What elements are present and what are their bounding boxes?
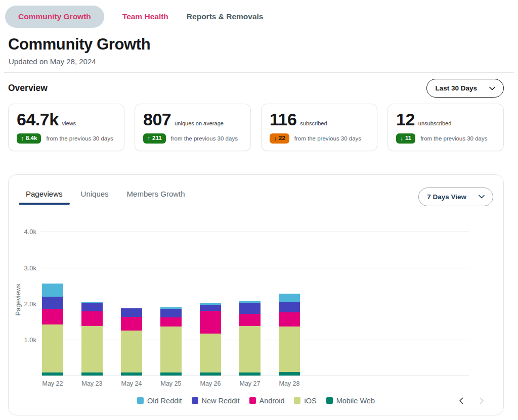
view-range-dropdown[interactable]: 7 Days View bbox=[418, 188, 493, 206]
delta-badge: ↓11 bbox=[396, 133, 415, 144]
stat-card-delta-row: ↓11 from the previous 30 days bbox=[396, 133, 495, 144]
bar-segment-mobile-web[interactable] bbox=[81, 372, 103, 376]
legend-swatch-ios bbox=[294, 397, 300, 404]
bar-segment-ios[interactable] bbox=[42, 324, 63, 372]
bar-segment-new-reddit[interactable] bbox=[121, 308, 142, 317]
bar-segment-new-reddit[interactable] bbox=[200, 305, 221, 310]
prev-page-button[interactable] bbox=[456, 395, 467, 406]
updated-text: Updated on May 28, 2024 bbox=[9, 57, 518, 66]
y-tick-label: 2.0k bbox=[24, 300, 36, 308]
tab-team-health[interactable]: Team Health bbox=[122, 12, 168, 21]
legend-item-new-reddit: New Reddit bbox=[192, 397, 240, 405]
page-title: Community Growth bbox=[8, 35, 518, 54]
bar-segment-android[interactable] bbox=[42, 309, 63, 324]
bar-segment-android[interactable] bbox=[239, 314, 261, 326]
bar-segment-ios[interactable] bbox=[81, 326, 103, 372]
bar-may-24[interactable] bbox=[121, 308, 142, 376]
arrow-icon: ↓ bbox=[274, 135, 277, 142]
stat-label: unsubscribed bbox=[418, 120, 451, 126]
legend-label: Android bbox=[260, 397, 285, 405]
tab-reports-removals[interactable]: Reports & Removals bbox=[187, 12, 264, 21]
bar-segment-ios[interactable] bbox=[279, 326, 300, 372]
bar-segment-new-reddit[interactable] bbox=[160, 309, 182, 317]
y-axis-title: Pageviews bbox=[14, 284, 22, 315]
bar-segment-mobile-web[interactable] bbox=[239, 372, 261, 376]
tab-uniques[interactable]: Uniques bbox=[74, 188, 116, 205]
bar-may-27[interactable] bbox=[239, 301, 261, 375]
delta-value: 11 bbox=[405, 135, 411, 142]
gridline-3.0k bbox=[41, 268, 469, 268]
overview-header-row: Overview Last 30 Days bbox=[8, 79, 504, 98]
legend-swatch-old-reddit bbox=[137, 397, 144, 404]
stat-value: 807 bbox=[143, 111, 171, 129]
stat-card-delta-row: ↓22 from the previous 30 days bbox=[270, 133, 369, 144]
delta-context: from the previous 30 days bbox=[420, 135, 487, 142]
header-divider bbox=[4, 72, 514, 73]
legend-item-android: Android bbox=[249, 397, 285, 405]
stat-card-delta-row: ↑8.4k from the previous 30 days bbox=[17, 133, 116, 144]
chart-card: Pageviews Uniques Members Growth 7 Days … bbox=[8, 174, 504, 415]
tab-pageviews[interactable]: Pageviews bbox=[19, 188, 70, 205]
bar-segment-mobile-web[interactable] bbox=[121, 372, 142, 376]
tab-community-growth[interactable]: Community Growth bbox=[5, 6, 104, 28]
bar-segment-android[interactable] bbox=[81, 311, 103, 326]
bar-segment-new-reddit[interactable] bbox=[81, 303, 103, 311]
bar-segment-new-reddit[interactable] bbox=[42, 297, 63, 309]
bar-segment-android[interactable] bbox=[160, 317, 182, 326]
stacked-bar-chart-plot: Pageviews 1.0k2.0k3.0k4.0kMay 22May 23Ma… bbox=[41, 223, 469, 376]
bar-may-26[interactable] bbox=[200, 303, 221, 376]
tab-members-growth[interactable]: Members Growth bbox=[120, 188, 192, 205]
next-page-button[interactable] bbox=[476, 395, 487, 406]
bar-segment-old-reddit[interactable] bbox=[279, 294, 300, 302]
stat-card-header: 64.7k views bbox=[17, 111, 116, 129]
bar-segment-android[interactable] bbox=[121, 317, 142, 331]
y-tick-label: 4.0k bbox=[24, 228, 36, 236]
bar-segment-mobile-web[interactable] bbox=[200, 372, 221, 376]
bar-segment-mobile-web[interactable] bbox=[160, 372, 182, 376]
bar-segment-ios[interactable] bbox=[200, 334, 221, 372]
chart-legend: Old RedditNew RedditAndroidiOSMobile Web bbox=[137, 397, 375, 405]
top-tabs: Community Growth Team Health Reports & R… bbox=[0, 0, 518, 28]
y-tick-label: 3.0k bbox=[24, 264, 36, 272]
chart-pager bbox=[456, 395, 487, 406]
stat-card-subscribed: 116 subscribed ↓22 from the previous 30 … bbox=[261, 104, 377, 151]
bar-may-25[interactable] bbox=[160, 307, 182, 376]
overview-heading: Overview bbox=[8, 83, 48, 94]
stat-value: 116 bbox=[270, 111, 296, 129]
stat-card-uniques: 807 uniques on average ↑211 from the pre… bbox=[135, 104, 251, 151]
stat-value: 64.7k bbox=[17, 111, 59, 129]
delta-value: 8.4k bbox=[26, 135, 37, 142]
chart-tabs: Pageviews Uniques Members Growth bbox=[19, 188, 192, 205]
legend-swatch-mobile-web bbox=[326, 397, 333, 404]
x-tick-label: May 26 bbox=[195, 380, 226, 387]
legend-item-mobile-web: Mobile Web bbox=[326, 397, 375, 405]
bar-may-22[interactable] bbox=[42, 284, 63, 376]
gridline-4.0k bbox=[41, 231, 469, 232]
bar-segment-ios[interactable] bbox=[160, 326, 182, 372]
bar-segment-android[interactable] bbox=[279, 312, 300, 326]
bar-may-28[interactable] bbox=[279, 294, 300, 375]
bar-segment-android[interactable] bbox=[200, 311, 221, 334]
stat-label: views bbox=[62, 120, 76, 126]
bar-segment-mobile-web[interactable] bbox=[42, 372, 63, 376]
bar-segment-old-reddit[interactable] bbox=[42, 284, 63, 297]
bar-segment-new-reddit[interactable] bbox=[279, 302, 300, 312]
chevron-down-icon bbox=[479, 195, 485, 199]
x-tick-label: May 25 bbox=[156, 380, 186, 387]
legend-label: Old Reddit bbox=[147, 397, 182, 405]
date-range-dropdown[interactable]: Last 30 Days bbox=[426, 79, 504, 98]
bar-segment-ios[interactable] bbox=[239, 326, 261, 372]
y-tick-label: 1.0k bbox=[24, 336, 36, 344]
bar-segment-ios[interactable] bbox=[121, 331, 142, 372]
stat-label: uniques on average bbox=[175, 120, 224, 126]
date-range-value: Last 30 Days bbox=[435, 84, 477, 92]
view-range-value: 7 Days View bbox=[427, 193, 466, 201]
bar-segment-new-reddit[interactable] bbox=[239, 303, 261, 314]
delta-context: from the previous 30 days bbox=[171, 135, 238, 142]
bar-may-23[interactable] bbox=[81, 302, 103, 376]
x-tick-label: May 23 bbox=[77, 380, 107, 387]
stat-value: 12 bbox=[396, 111, 415, 129]
x-axis-line bbox=[41, 376, 469, 376]
bar-segment-mobile-web[interactable] bbox=[279, 372, 300, 376]
legend-swatch-new-reddit bbox=[192, 397, 198, 404]
